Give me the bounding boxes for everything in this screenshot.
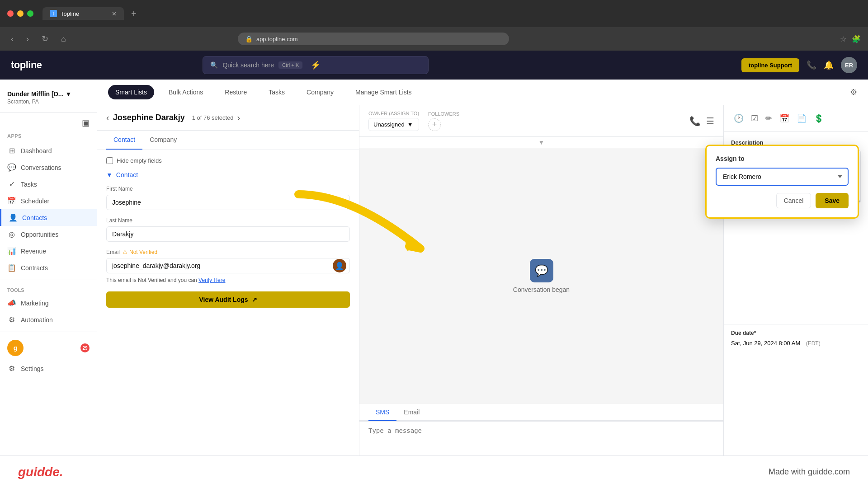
sms-tab[interactable]: SMS (368, 404, 396, 421)
assign-select[interactable]: Erick Romero Unassigned John Smith (716, 168, 849, 186)
email-input[interactable] (106, 258, 350, 273)
add-follower-button[interactable]: + (428, 118, 441, 131)
sidebar-item-label: Marketing (21, 300, 48, 307)
selection-info: 1 of 76 selected (192, 114, 234, 121)
owner-bar: Owner (Assign To) Unassigned ▼ Followers… (359, 105, 723, 137)
email-tab[interactable]: Email (396, 404, 427, 421)
bell-icon[interactable]: 🔔 (824, 60, 834, 70)
tasks-button[interactable]: Tasks (261, 85, 292, 99)
collapse-bar[interactable]: ▼ (359, 137, 723, 148)
not-verified-badge: ⚠ Not Verified (123, 249, 157, 255)
sidebar-item-contacts[interactable]: 👤 Contacts (0, 209, 97, 226)
message-textarea[interactable] (368, 427, 714, 459)
user-avatar[interactable]: ER (841, 57, 857, 73)
forward-button[interactable]: › (23, 33, 33, 46)
hide-empty-checkbox[interactable] (106, 157, 113, 164)
phone-icon[interactable]: 📞 (807, 60, 816, 70)
opportunities-icon: ◎ (7, 230, 16, 239)
support-button[interactable]: topline Support (741, 58, 799, 72)
external-link-icon: ↗ (252, 296, 257, 303)
smart-lists-button[interactable]: Smart Lists (108, 85, 154, 99)
sidebar-item-contracts[interactable]: 📋 Contracts (0, 259, 97, 276)
right-panel-icons: 🕐 ☑ ✏ 📅 📄 💲 (724, 105, 868, 132)
contact-section-header[interactable]: ▼ Contact (106, 171, 350, 178)
followers-section: Followers + (428, 111, 459, 131)
contact-form: Hide empty fields ▼ Contact First Name L… (97, 150, 359, 488)
tab-favicon: t (50, 10, 57, 17)
active-tab[interactable]: t Topline ✕ (42, 7, 124, 20)
manage-smart-lists-button[interactable]: Manage Smart Lists (348, 85, 419, 99)
edit-icon[interactable]: ✏ (763, 111, 775, 126)
contact-panel: ‹ Josephine Darakjy 1 of 76 selected › C… (97, 105, 359, 488)
sidebar-item-conversations[interactable]: 💬 Conversations (0, 159, 97, 176)
sidebar-item-automation[interactable]: ⚙ Automation (0, 311, 97, 328)
sidebar-item-marketing[interactable]: 📣 Marketing (0, 295, 97, 311)
contact-prev-button[interactable]: ‹ (106, 113, 109, 123)
org-name[interactable]: Dunder Mifflin [D... ▼ (7, 90, 90, 98)
tab-contact[interactable]: Contact (106, 131, 142, 150)
lightning-icon[interactable]: ⚡ (311, 60, 321, 70)
toolbar-settings-icon[interactable]: ⚙ (850, 87, 857, 97)
close-dot[interactable] (7, 10, 14, 17)
verify-link[interactable]: Verify Here (198, 277, 225, 283)
calendar-icon[interactable]: 📅 (777, 111, 792, 126)
back-button[interactable]: ‹ (7, 33, 17, 46)
document-icon[interactable]: 📄 (794, 111, 809, 126)
owner-select[interactable]: Unassigned ▼ (368, 118, 419, 131)
cancel-button[interactable]: Cancel (776, 193, 811, 208)
org-expand-icon[interactable]: ▼ (65, 90, 71, 98)
extensions-icon[interactable]: 🧩 (852, 35, 861, 43)
maximize-dot[interactable] (27, 10, 33, 17)
home-button[interactable]: ⌂ (57, 33, 70, 46)
phone-action-icon[interactable]: 📞 (689, 116, 701, 127)
search-icon: 🔍 (210, 61, 218, 69)
first-name-input[interactable] (106, 195, 350, 210)
app-logo: topline (11, 59, 42, 71)
scheduler-icon: 📅 (7, 197, 16, 205)
company-button[interactable]: Company (299, 85, 341, 99)
sidebar-item-dashboard[interactable]: ⊞ Dashboard (0, 142, 97, 159)
due-date-section: Due date* Sat, Jun 29, 2024 8:00 AM (EDT… (724, 324, 868, 352)
revenue-icon: 📊 (7, 247, 16, 255)
new-tab-button[interactable]: + (127, 7, 140, 21)
tab-bar: t Topline ✕ + (42, 7, 140, 21)
address-bar[interactable]: 🔒 app.topline.com (238, 33, 509, 45)
assign-modal: Assign to Erick Romero Unassigned John S… (705, 145, 859, 219)
hide-empty-label: Hide empty fields (117, 157, 162, 164)
audit-logs-button[interactable]: View Audit Logs ↗ (106, 291, 350, 308)
contact-tabs: Contact Company (97, 131, 359, 150)
sidebar-item-revenue[interactable]: 📊 Revenue (0, 243, 97, 259)
search-placeholder: Quick search here (222, 61, 274, 69)
toggle-sidebar-icon[interactable]: ▣ (82, 118, 90, 128)
bookmark-icon[interactable]: ☆ (840, 35, 846, 43)
filter-action-icon[interactable]: ☰ (706, 116, 714, 127)
sidebar-item-label: Automation (21, 316, 53, 324)
tab-company[interactable]: Company (142, 131, 184, 150)
history-icon[interactable]: 🕐 (731, 111, 746, 126)
sidebar-item-notification[interactable]: g 29 (0, 336, 97, 360)
owner-chevron-icon: ▼ (407, 121, 413, 128)
due-date-timezone: (EDT) (806, 340, 821, 347)
header-right: topline Support 📞 🔔 ER (741, 57, 857, 73)
restore-button[interactable]: Restore (217, 85, 254, 99)
minimize-dot[interactable] (17, 10, 24, 17)
assign-label: Assign to (716, 155, 849, 162)
sidebar-item-tasks[interactable]: ✓ Tasks (0, 176, 97, 192)
contact-next-button[interactable]: › (237, 113, 241, 123)
last-name-input[interactable] (106, 226, 350, 242)
org-info: Dunder Mifflin [D... ▼ Scranton, PA (0, 87, 97, 113)
email-input-wrapper: 👤 (106, 258, 350, 273)
sidebar-item-scheduler[interactable]: 📅 Scheduler (0, 192, 97, 209)
tab-title: Topline (61, 10, 79, 17)
sidebar-item-settings[interactable]: ⚙ Settings (0, 360, 97, 377)
search-bar[interactable]: 🔍 Quick search here Ctrl + K ⚡ (203, 56, 429, 74)
task-icon[interactable]: ☑ (748, 111, 761, 126)
sidebar-item-label: Tasks (21, 181, 37, 188)
bulk-actions-button[interactable]: Bulk Actions (161, 85, 210, 99)
hide-empty-toggle[interactable]: Hide empty fields (106, 157, 350, 164)
save-button[interactable]: Save (816, 193, 849, 208)
refresh-button[interactable]: ↻ (38, 32, 52, 46)
dollar-right-icon[interactable]: 💲 (811, 111, 826, 126)
sidebar-item-opportunities[interactable]: ◎ Opportunities (0, 226, 97, 243)
conversation-body: 💬 Conversation began (359, 148, 723, 404)
